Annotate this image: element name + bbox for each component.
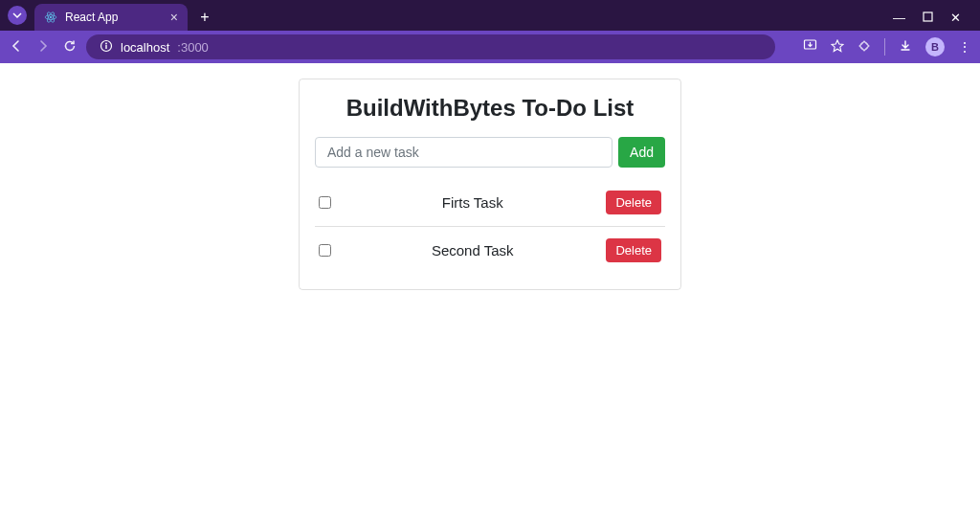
close-window-button[interactable]: ✕ — [950, 11, 961, 25]
toolbar-divider — [884, 38, 885, 56]
list-item: Second Task Delete — [315, 227, 665, 274]
tab-search-button[interactable] — [8, 6, 27, 25]
add-button[interactable]: Add — [618, 137, 665, 168]
url-port: :3000 — [177, 40, 209, 55]
new-task-input[interactable] — [315, 137, 612, 168]
maximize-button[interactable] — [923, 11, 933, 25]
address-bar[interactable]: localhost:3000 — [86, 34, 775, 59]
back-button[interactable] — [10, 39, 23, 56]
delete-button[interactable]: Delete — [606, 191, 661, 214]
page-title: BuildWithBytes To-Do List — [315, 95, 665, 122]
svg-point-6 — [105, 42, 107, 44]
task-label: Second Task — [339, 242, 606, 258]
install-app-icon[interactable] — [803, 38, 817, 56]
url-host: localhost — [121, 40, 169, 55]
forward-button[interactable] — [36, 39, 50, 56]
add-task-row: Add — [315, 137, 665, 168]
profile-button[interactable]: B — [925, 37, 945, 56]
tab-title: React App — [65, 11, 163, 24]
svg-rect-4 — [924, 12, 932, 21]
close-tab-button[interactable]: × — [170, 11, 178, 24]
task-label: Firts Task — [339, 194, 606, 211]
list-item: Firts Task Delete — [315, 179, 665, 227]
browser-toolbar: localhost:3000 B ⋮ — [0, 31, 980, 63]
task-list: Firts Task Delete Second Task Delete — [315, 179, 665, 274]
todo-card: BuildWithBytes To-Do List Add Firts Task… — [299, 79, 681, 290]
svg-rect-7 — [105, 45, 106, 49]
new-tab-button[interactable]: + — [193, 6, 216, 29]
minimize-button[interactable]: ― — [893, 11, 905, 25]
task-checkbox[interactable] — [319, 196, 331, 209]
bookmark-icon[interactable] — [831, 39, 844, 56]
page-content: BuildWithBytes To-Do List Add Firts Task… — [0, 63, 980, 517]
site-info-icon[interactable] — [100, 39, 113, 56]
extensions-icon[interactable] — [858, 39, 871, 56]
reload-button[interactable] — [63, 39, 77, 56]
browser-tab[interactable]: React App × — [34, 4, 188, 31]
delete-button[interactable]: Delete — [606, 238, 661, 262]
menu-button[interactable]: ⋮ — [958, 39, 970, 55]
downloads-icon[interactable] — [899, 39, 912, 56]
window-controls: ― ✕ — [893, 11, 972, 25]
react-favicon-icon — [44, 11, 57, 24]
browser-tab-bar: React App × + ― ✕ — [0, 0, 980, 31]
task-checkbox[interactable] — [319, 244, 331, 257]
svg-point-0 — [50, 16, 52, 18]
